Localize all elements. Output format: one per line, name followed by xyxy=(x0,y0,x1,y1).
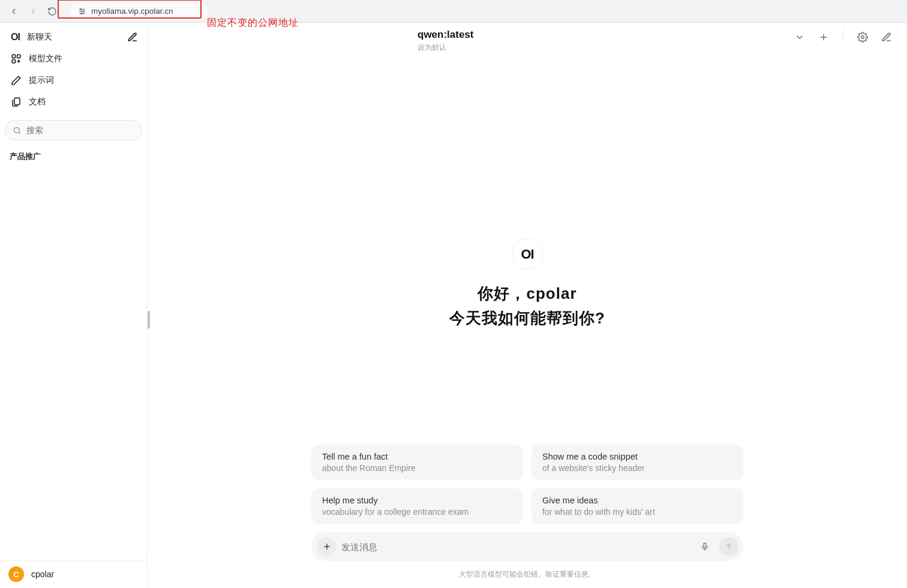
svg-rect-7 xyxy=(17,55,20,58)
topbar: qwen:latest 设为默认 xyxy=(148,23,907,59)
sidebar-resize-handle[interactable] xyxy=(148,311,150,329)
sidebar-section-label: 产品推广 xyxy=(0,144,147,164)
attach-button[interactable] xyxy=(317,537,337,556)
svg-rect-8 xyxy=(12,60,15,63)
model-set-default[interactable]: 设为默认 xyxy=(418,43,474,53)
svg-line-13 xyxy=(19,132,20,134)
sidebar-item-prompts[interactable]: 提示词 xyxy=(5,70,142,91)
settings-button[interactable] xyxy=(854,29,871,46)
mic-button[interactable] xyxy=(695,537,714,556)
svg-point-5 xyxy=(81,13,82,14)
composer xyxy=(311,532,743,561)
suggestion-sub: vocabulary for a college entrance exam xyxy=(322,507,512,517)
model-dropdown-button[interactable] xyxy=(791,29,808,46)
edit-icon xyxy=(881,32,892,43)
sidebar-search[interactable] xyxy=(5,120,142,140)
suggestion-card[interactable]: Show me a code snippet of a website's st… xyxy=(531,445,743,480)
svg-point-16 xyxy=(861,36,864,39)
suggestion-title: Give me ideas xyxy=(542,496,732,505)
sidebar-item-label: 提示词 xyxy=(29,75,54,86)
pencil-icon xyxy=(11,75,22,86)
arrow-up-icon xyxy=(724,542,734,551)
svg-point-3 xyxy=(80,8,82,10)
edit-button[interactable] xyxy=(878,29,895,46)
suggestion-card[interactable]: Help me study vocabulary for a college e… xyxy=(311,488,523,524)
logo-icon: OI xyxy=(11,32,20,43)
sidebar-user[interactable]: C cpolar xyxy=(0,560,147,588)
new-chat-edit-button[interactable] xyxy=(123,28,142,47)
svg-rect-11 xyxy=(14,98,20,104)
main-area: qwen:latest 设为默认 OI 你好，cpolar 今天我如何能帮到你? xyxy=(148,23,907,588)
documents-icon xyxy=(11,97,22,107)
greeting-line-2: 今天我如何能帮到你? xyxy=(449,308,605,329)
suggestion-sub: about the Roman Empire xyxy=(322,463,512,473)
grid-add-icon xyxy=(11,53,22,64)
svg-rect-19 xyxy=(704,543,706,547)
sidebar-item-label: 新聊天 xyxy=(27,32,52,43)
suggestion-sub: for what to do with my kids' art xyxy=(542,507,732,517)
avatar: C xyxy=(8,566,24,582)
svg-point-12 xyxy=(14,127,20,133)
sidebar-item-docs[interactable]: 文档 xyxy=(5,91,142,113)
sidebar-item-models[interactable]: 模型文件 xyxy=(5,48,142,70)
add-model-button[interactable] xyxy=(815,29,832,46)
nav-forward-button[interactable] xyxy=(25,4,41,19)
nav-back-button[interactable] xyxy=(6,4,22,19)
svg-rect-6 xyxy=(12,55,15,58)
user-name: cpolar xyxy=(31,569,54,579)
sidebar-item-label: 模型文件 xyxy=(29,53,62,64)
nav-reload-button[interactable] xyxy=(44,4,60,19)
suggestion-title: Tell me a fun fact xyxy=(322,452,512,461)
suggestion-card[interactable]: Give me ideas for what to do with my kid… xyxy=(531,488,743,524)
tune-icon xyxy=(78,7,86,16)
sidebar: OI 新聊天 模型文件 提示词 文档 xyxy=(0,23,148,588)
suggestion-sub: of a website's sticky header xyxy=(542,463,732,473)
send-button[interactable] xyxy=(719,537,738,556)
sidebar-item-new-chat[interactable]: OI 新聊天 xyxy=(5,26,121,48)
greeting-line-1: 你好，cpolar xyxy=(477,283,576,304)
model-name: qwen:latest xyxy=(418,29,474,41)
address-bar[interactable]: myollama.vip.cpolar.cn xyxy=(70,3,208,20)
suggestions-grid: Tell me a fun fact about the Roman Empir… xyxy=(311,445,743,524)
svg-point-4 xyxy=(83,10,84,11)
address-text: myollama.vip.cpolar.cn xyxy=(91,7,173,16)
disclaimer-text: 大型语言模型可能会犯错。验证重要信息。 xyxy=(459,569,596,580)
sidebar-item-label: 文档 xyxy=(29,97,46,107)
suggestion-card[interactable]: Tell me a fun fact about the Roman Empir… xyxy=(311,445,523,480)
mic-icon xyxy=(700,542,710,551)
center-logo: OI xyxy=(512,239,543,270)
browser-chrome: myollama.vip.cpolar.cn 固定不变的公网地址 xyxy=(0,0,907,23)
search-icon xyxy=(13,126,22,135)
topbar-separator xyxy=(843,29,843,42)
gear-icon xyxy=(857,32,868,43)
suggestion-title: Show me a code snippet xyxy=(542,452,732,461)
suggestion-title: Help me study xyxy=(322,496,512,505)
message-input[interactable] xyxy=(341,542,690,552)
sidebar-search-input[interactable] xyxy=(26,125,134,135)
